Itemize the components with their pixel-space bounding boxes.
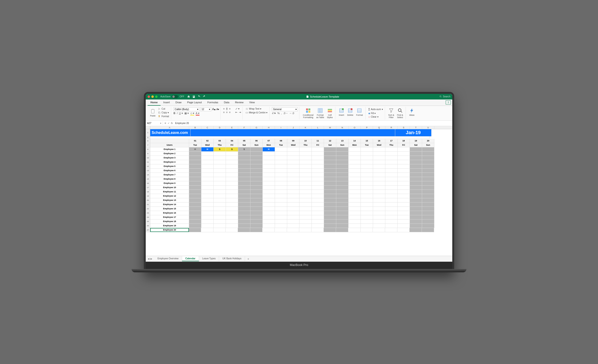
cell[interactable] bbox=[238, 215, 250, 219]
cell[interactable] bbox=[373, 219, 385, 224]
cell[interactable] bbox=[214, 198, 226, 203]
cell[interactable]: 16 bbox=[373, 139, 385, 143]
cell[interactable] bbox=[324, 194, 336, 198]
row-header-26[interactable]: 26 bbox=[146, 224, 150, 228]
cell[interactable]: 18 bbox=[398, 139, 410, 143]
cell[interactable] bbox=[189, 177, 201, 181]
cell[interactable] bbox=[299, 190, 312, 194]
cell[interactable] bbox=[214, 181, 226, 186]
cell[interactable] bbox=[398, 181, 410, 186]
cell[interactable] bbox=[422, 215, 434, 219]
cell[interactable] bbox=[422, 203, 434, 207]
cell[interactable] bbox=[398, 160, 410, 164]
cell[interactable] bbox=[410, 164, 422, 169]
fill-button[interactable]: ◆Fill ▾ bbox=[368, 112, 383, 115]
cell[interactable] bbox=[226, 181, 238, 186]
cell[interactable] bbox=[226, 211, 238, 215]
cell[interactable] bbox=[398, 169, 410, 173]
sheet-tab-calendar[interactable]: Calendar bbox=[182, 256, 199, 261]
cell[interactable] bbox=[299, 156, 312, 160]
cell[interactable] bbox=[213, 228, 226, 232]
delete-cells-button[interactable]: Delete bbox=[346, 107, 354, 117]
sort-filter-button[interactable]: Sort & Filter bbox=[387, 107, 395, 119]
cell[interactable] bbox=[238, 156, 250, 160]
cell[interactable] bbox=[250, 160, 263, 164]
col-header-H[interactable]: H bbox=[263, 126, 275, 129]
cell[interactable] bbox=[275, 194, 287, 198]
cell[interactable] bbox=[287, 160, 299, 164]
cell[interactable] bbox=[422, 147, 434, 152]
row-header-23[interactable]: 23 bbox=[146, 211, 150, 215]
undo-icon[interactable] bbox=[197, 95, 201, 98]
cell[interactable] bbox=[361, 198, 373, 203]
cell[interactable] bbox=[201, 156, 214, 160]
cell[interactable] bbox=[201, 224, 214, 228]
cell[interactable] bbox=[201, 160, 214, 164]
col-header-N[interactable]: N bbox=[336, 126, 349, 129]
cell[interactable] bbox=[312, 190, 324, 194]
cell[interactable] bbox=[336, 160, 349, 164]
cell[interactable] bbox=[398, 147, 410, 152]
underline-button[interactable]: U ▾ bbox=[179, 112, 183, 116]
cell[interactable] bbox=[349, 160, 361, 164]
row-header-17[interactable]: 17 bbox=[146, 186, 150, 190]
cell[interactable] bbox=[410, 186, 422, 190]
cell[interactable] bbox=[189, 181, 201, 186]
cell[interactable] bbox=[324, 152, 336, 156]
cell[interactable] bbox=[336, 190, 349, 194]
cell[interactable] bbox=[263, 215, 275, 219]
cell[interactable] bbox=[349, 156, 361, 160]
cell[interactable] bbox=[250, 147, 263, 152]
cell[interactable] bbox=[336, 211, 349, 215]
cell[interactable] bbox=[349, 224, 361, 228]
fx-icon[interactable]: fx bbox=[171, 122, 173, 124]
format-as-table-button[interactable]: Format as Table bbox=[315, 107, 325, 119]
cell[interactable] bbox=[189, 173, 201, 177]
cell[interactable] bbox=[214, 215, 226, 219]
cell[interactable] bbox=[262, 228, 275, 232]
cell[interactable] bbox=[275, 224, 287, 228]
cell[interactable] bbox=[398, 194, 410, 198]
cell[interactable] bbox=[385, 194, 398, 198]
cell[interactable] bbox=[398, 211, 410, 215]
cell[interactable] bbox=[385, 152, 398, 156]
cell[interactable] bbox=[275, 152, 287, 156]
cell[interactable] bbox=[189, 186, 201, 190]
cell[interactable]: 05 bbox=[238, 139, 250, 143]
employee-name-cell[interactable]: Employee 9 bbox=[150, 181, 189, 186]
cell[interactable]: Wed bbox=[373, 143, 385, 147]
cell[interactable] bbox=[299, 152, 312, 156]
cell[interactable] bbox=[250, 207, 263, 211]
cell[interactable] bbox=[299, 224, 312, 228]
employee-name-cell[interactable]: Employee 4 bbox=[150, 160, 189, 164]
cell[interactable] bbox=[275, 169, 287, 173]
cell[interactable] bbox=[299, 169, 312, 173]
increase-font-button[interactable]: A▴ bbox=[212, 108, 216, 111]
cell[interactable]: Sat bbox=[238, 143, 250, 147]
ribbon-tab-insert[interactable]: Insert bbox=[161, 99, 173, 106]
cell[interactable] bbox=[373, 211, 385, 215]
employee-name-cell[interactable]: Employee 11 bbox=[150, 190, 189, 194]
cell[interactable] bbox=[373, 181, 385, 186]
cell[interactable]: Mon bbox=[263, 143, 275, 147]
cell[interactable] bbox=[349, 173, 361, 177]
cell[interactable] bbox=[385, 164, 398, 169]
cell[interactable]: 13 bbox=[336, 139, 349, 143]
paste-button[interactable]: Paste bbox=[149, 108, 157, 117]
border-button[interactable]: ▦ ▾ bbox=[184, 112, 189, 116]
cell[interactable] bbox=[238, 203, 250, 207]
cell[interactable]: 04 bbox=[226, 139, 238, 143]
cell[interactable] bbox=[349, 169, 361, 173]
col-header-Q[interactable]: Q bbox=[373, 126, 385, 129]
cell[interactable] bbox=[287, 203, 299, 207]
cell[interactable] bbox=[397, 228, 410, 232]
cell[interactable] bbox=[226, 169, 238, 173]
cell[interactable] bbox=[299, 194, 312, 198]
row-header-11[interactable]: 11 bbox=[146, 160, 150, 164]
cell[interactable] bbox=[201, 198, 214, 203]
cell[interactable] bbox=[324, 207, 336, 211]
cell[interactable] bbox=[373, 228, 385, 232]
col-header-G[interactable]: G bbox=[250, 126, 263, 129]
find-select-button[interactable]: Find & Select bbox=[396, 107, 404, 119]
cell[interactable] bbox=[287, 177, 299, 181]
